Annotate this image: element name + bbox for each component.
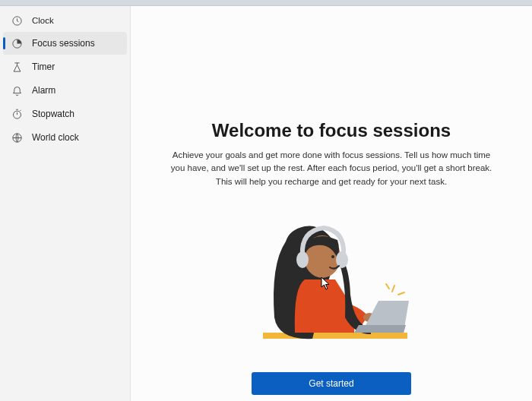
welcome-description: Achieve your goals and get more done wit… [168,149,495,188]
alarm-icon [11,84,23,96]
sidebar-item-focus-sessions[interactable]: Focus sessions [3,32,127,55]
timer-icon [11,61,23,73]
world-clock-icon [11,131,23,144]
clock-icon [11,14,23,27]
sidebar-item-timer[interactable]: Timer [3,55,127,78]
sidebar-item-label: Focus sessions [32,38,95,49]
sidebar-item-label: Stopwatch [32,109,74,119]
sidebar-item-label: World clock [32,132,79,143]
svg-point-6 [296,251,309,268]
svg-rect-4 [263,333,407,339]
app-root: Clock Focus sessions Timer Alarm Stopwat [0,6,532,401]
sidebar-item-clock[interactable]: Clock [3,10,127,31]
main-content: Welcome to focus sessions Achieve your g… [131,6,532,401]
sidebar: Clock Focus sessions Timer Alarm Stopwat [0,6,131,401]
sidebar-item-label: Timer [32,62,55,72]
sidebar-item-alarm[interactable]: Alarm [3,79,127,102]
svg-point-8 [331,255,334,258]
window-titlebar [0,0,532,6]
sidebar-item-label: Alarm [32,85,55,96]
sidebar-item-world-clock[interactable]: World clock [3,126,127,149]
person-laptop-illustration [240,204,423,355]
welcome-heading: Welcome to focus sessions [212,120,451,141]
svg-point-7 [336,251,348,268]
sidebar-item-stopwatch[interactable]: Stopwatch [3,103,127,125]
get-started-button[interactable]: Get started [252,372,411,395]
sidebar-item-label: Clock [32,16,54,25]
stopwatch-icon [11,108,23,120]
focus-icon [11,37,23,49]
